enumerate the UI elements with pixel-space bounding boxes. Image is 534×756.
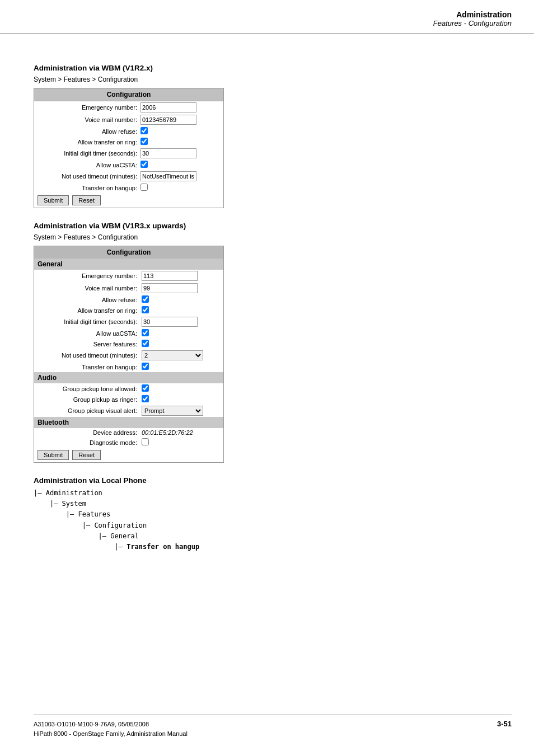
- section2-breadcrumb: System > Features > Configuration: [34, 233, 500, 241]
- group0-value-2: [140, 294, 223, 305]
- tree-item-3: |— Configuration: [34, 520, 500, 531]
- group1-value-1: [140, 394, 223, 405]
- submit-button-v1r3[interactable]: Submit: [38, 450, 69, 460]
- group0-value-7: 2: [140, 349, 223, 361]
- reset-button-v1r2[interactable]: Reset: [72, 195, 101, 205]
- group1-select-2[interactable]: Prompt: [142, 406, 203, 416]
- content-area: Administration via WBM (V1R2.x) System >…: [0, 45, 534, 564]
- section-local-phone: Administration via Local Phone |— Admini…: [34, 476, 500, 552]
- submit-td-v1r3: SubmitReset: [34, 448, 223, 462]
- table1-input-4[interactable]: [140, 148, 196, 158]
- group1-checkbox-0[interactable]: [142, 384, 149, 392]
- group2-value-0: 00:01:E5:2D:76:22: [140, 428, 223, 437]
- group-header-label-0: General: [34, 259, 223, 270]
- group2-row-0: Device address:00:01:E5:2D:76:22: [34, 428, 223, 437]
- group1-row-1: Group pickup as ringer:: [34, 394, 223, 405]
- page-header: Administration Features - Configuration: [0, 0, 534, 34]
- section3-heading: Administration via Local Phone: [34, 476, 500, 485]
- section-v1r2: Administration via WBM (V1R2.x) System >…: [34, 64, 500, 208]
- table1-checkbox-7[interactable]: [140, 184, 148, 191]
- footer-line2: HiPath 8000 - OpenStage Family, Administ…: [34, 729, 188, 739]
- group0-input-1[interactable]: [142, 283, 198, 293]
- group1-label-2: Group pickup visual alert:: [34, 405, 140, 417]
- group0-value-4: [140, 316, 223, 328]
- group0-label-5: Allow uaCSTA:: [34, 328, 140, 339]
- tree-indent-2: |—: [34, 510, 78, 518]
- table1-label-6: Not used timeout (minutes):: [34, 173, 140, 180]
- footer-left: A31003-O1010-M100-9-76A9, 05/05/2008 HiP…: [34, 720, 188, 739]
- tree-item-1: |— System: [34, 499, 500, 509]
- group0-checkbox-3[interactable]: [142, 306, 149, 313]
- table1-checkbox-3[interactable]: [140, 138, 148, 145]
- group0-value-8: [140, 361, 223, 372]
- tree-item-5: |— Transfer on hangup: [34, 542, 500, 552]
- table1-row-3: Allow transfer on ring:: [34, 137, 223, 147]
- group2-value-1: [140, 437, 223, 448]
- group1-row-0: Group pickup tone allowed:: [34, 383, 223, 394]
- group0-value-5: [140, 328, 223, 339]
- group0-row-3: Allow transfer on ring:: [34, 305, 223, 316]
- tree-indent-3: |—: [34, 522, 94, 529]
- page-subtitle: Features - Configuration: [0, 19, 512, 27]
- tree-item-0: |— Administration: [34, 488, 500, 499]
- group0-checkbox-5[interactable]: [142, 329, 149, 336]
- group0-row-7: Not used timeout (minutes):2: [34, 349, 223, 361]
- table1-input-6[interactable]: [140, 171, 196, 181]
- submit-row-v1r2: Submit Reset: [34, 193, 223, 208]
- group0-input-4[interactable]: [142, 317, 198, 327]
- table1-label-5: Allow uaCSTA:: [34, 162, 140, 168]
- config-table-v1r3: Configuration GeneralEmergency number:Vo…: [34, 246, 224, 463]
- table-header-v1r2: Configuration: [34, 88, 223, 101]
- tree-indent-4: |—: [34, 532, 110, 540]
- reset-button-v1r3[interactable]: Reset: [72, 450, 101, 460]
- table1-label-0: Emergency number:: [34, 104, 140, 111]
- group2-checkbox-1[interactable]: [142, 438, 149, 445]
- group0-row-4: Initial digit timer (seconds):: [34, 316, 223, 328]
- submit-button-v1r2[interactable]: Submit: [38, 195, 69, 205]
- tree-text-3: Configuration: [94, 522, 147, 529]
- group1-checkbox-1[interactable]: [142, 395, 149, 402]
- group2-row-1: Diagnostic mode:: [34, 437, 223, 448]
- tree-item-4: |— General: [34, 531, 500, 542]
- tree-indent-5: |—: [34, 543, 127, 551]
- tree-indent-1: |—: [34, 500, 62, 508]
- submit-row-v1r3: SubmitReset: [34, 448, 223, 462]
- tree-text-5: Transfer on hangup: [127, 543, 199, 551]
- table1-label-3: Allow transfer on ring:: [34, 139, 140, 145]
- group0-value-1: [140, 282, 223, 294]
- table1-input-1[interactable]: [140, 115, 196, 125]
- group0-checkbox-2[interactable]: [142, 295, 149, 303]
- group1-value-0: [140, 383, 223, 394]
- tree-item-2: |— Features: [34, 509, 500, 520]
- table1-value-2: [140, 127, 223, 135]
- config-table-v1r3-table: Configuration GeneralEmergency number:Vo…: [34, 246, 223, 462]
- group2-label-0: Device address:: [34, 428, 140, 437]
- section2-heading: Administration via WBM (V1R3.x upwards): [34, 222, 500, 230]
- tree-indent-0: |—: [34, 489, 46, 497]
- table1-checkbox-2[interactable]: [140, 127, 148, 134]
- table1-row-0: Emergency number:: [34, 101, 223, 114]
- table1-row-6: Not used timeout (minutes):: [34, 170, 223, 182]
- group0-input-0[interactable]: [142, 271, 198, 281]
- tree-container: |— Administration |— System |— Features …: [34, 488, 500, 552]
- group-header-label-1: Audio: [34, 372, 223, 383]
- table1-row-1: Voice mail number:: [34, 114, 223, 126]
- table1-row-2: Allow refuse:: [34, 126, 223, 137]
- group0-label-7: Not used timeout (minutes):: [34, 349, 140, 361]
- group0-label-3: Allow transfer on ring:: [34, 305, 140, 316]
- table1-checkbox-5[interactable]: [140, 161, 148, 168]
- page-footer: A31003-O1010-M100-9-76A9, 05/05/2008 HiP…: [34, 715, 512, 739]
- group0-label-8: Transfer on hangup:: [34, 361, 140, 372]
- footer-right: 3-51: [497, 720, 512, 728]
- page-title: Administration: [0, 10, 512, 19]
- group0-label-4: Initial digit timer (seconds):: [34, 316, 140, 328]
- section1-breadcrumb: System > Features > Configuration: [34, 76, 500, 83]
- table1-value-0: [140, 102, 223, 112]
- group-header-label-2: Bluetooth: [34, 417, 223, 428]
- group0-select-7[interactable]: 2: [142, 350, 203, 360]
- table1-input-0[interactable]: [140, 102, 196, 112]
- group0-checkbox-8[interactable]: [142, 363, 149, 370]
- table1-row-4: Initial digit timer (seconds):: [34, 147, 223, 159]
- table1-label-7: Transfer on hangup:: [34, 185, 140, 191]
- group0-checkbox-6[interactable]: [142, 340, 149, 347]
